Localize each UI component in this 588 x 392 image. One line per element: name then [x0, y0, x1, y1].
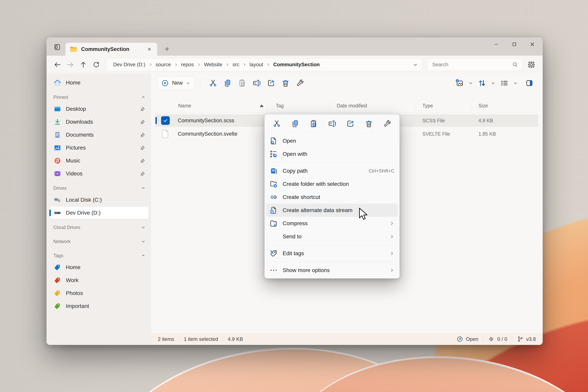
breadcrumb-segment[interactable]: layout [248, 60, 265, 69]
rename-button[interactable] [249, 77, 264, 90]
column-header-date-modified[interactable]: Date modified [330, 101, 415, 110]
documents-icon [53, 131, 62, 139]
paste-button[interactable] [235, 77, 249, 90]
breadcrumb-segment[interactable]: repos [179, 60, 196, 69]
check-icon [163, 118, 168, 123]
address-bar[interactable]: Dev Drive (D:) source repos Website src … [106, 58, 422, 71]
sidebar-item-videos[interactable]: Videos [50, 168, 148, 180]
menu-item-create-alternate-data-stream[interactable]: Create alternate data stream [266, 204, 398, 217]
sidebar-item-home[interactable]: Home [50, 77, 148, 89]
share-icon [267, 79, 276, 88]
sidebar-item-pictures[interactable]: Pictures [50, 142, 148, 154]
git-commits-icon [488, 336, 494, 342]
sidebar-section-cloud-drives[interactable]: Cloud Drives [50, 222, 148, 233]
search-box[interactable] [427, 58, 522, 71]
sidebar-item-local-disk-c[interactable]: Local Disk (C:) [50, 194, 148, 206]
breadcrumb-segment[interactable]: src [230, 60, 241, 69]
menu-item-open[interactable]: Open [266, 134, 398, 148]
maximize-button[interactable] [505, 38, 523, 51]
back-button[interactable] [52, 59, 63, 70]
chevron-down-icon[interactable] [467, 77, 475, 89]
sidebar-item-documents[interactable]: Documents [50, 129, 148, 141]
status-divider [483, 336, 483, 342]
checkbox-checked[interactable] [161, 116, 170, 125]
tab-close-button[interactable] [145, 45, 154, 54]
view-button[interactable] [497, 77, 512, 90]
menu-item-create-folder-with-selection[interactable]: Create folder with selection [266, 178, 398, 190]
thumbnail-toggle-button[interactable] [452, 77, 467, 90]
sidebar-item-downloads[interactable]: Downloads [50, 116, 148, 128]
tab-communitysection[interactable]: CommunitySection [66, 43, 157, 56]
up-button[interactable] [78, 59, 89, 70]
minimize-button[interactable] [487, 38, 505, 51]
delete-button[interactable] [278, 77, 293, 90]
sidebar-section-network[interactable]: Network [50, 236, 148, 247]
menu-item-compress[interactable]: Compress [266, 217, 398, 230]
sidebar-item-dev-drive-d[interactable]: Dev Drive (D:) [50, 207, 148, 219]
new-tab-button[interactable] [162, 44, 172, 54]
sidebar-tag-work[interactable]: Work [50, 274, 148, 286]
column-label: Date modified [337, 103, 367, 108]
chevron-down-icon[interactable] [489, 77, 497, 89]
share-button[interactable] [264, 77, 278, 90]
sidebar-section-tags[interactable]: Tags [50, 250, 148, 261]
address-dropdown-button[interactable] [410, 60, 420, 70]
menu-item-open-with[interactable]: Open with [266, 148, 398, 160]
search-input[interactable] [432, 61, 512, 68]
sidebar-section-pinned[interactable]: Pinned [50, 92, 148, 103]
column-header-type[interactable]: Type [415, 101, 470, 110]
menu-item-label: Edit tags [283, 250, 304, 256]
refresh-button[interactable] [90, 59, 102, 70]
properties-button[interactable] [293, 77, 307, 90]
cut-button[interactable] [206, 77, 220, 90]
git-branch-status[interactable]: v3.8 [517, 336, 536, 342]
menu-item-show-more-options[interactable]: Show more options [266, 264, 398, 277]
breadcrumb-chevron-icon [174, 63, 178, 67]
pin-icon[interactable] [139, 144, 146, 151]
sidebar-tag-important[interactable]: Important [50, 300, 148, 312]
sidebar-item-music[interactable]: Music [50, 155, 148, 167]
menu-item-edit-tags[interactable]: Edit tags [266, 247, 398, 260]
git-commits-status[interactable]: 0 / 0 [488, 336, 507, 342]
column-header-tag[interactable]: Tag [267, 101, 330, 110]
breadcrumb-segment[interactable]: Website [202, 60, 224, 69]
menu-item-copy-path[interactable]: Copy path Ctrl+Shift+C [266, 164, 398, 178]
sidebar-item-label: Dev Drive (D:) [66, 210, 100, 216]
column-header-name[interactable]: Name [155, 101, 267, 110]
pin-icon[interactable] [139, 118, 146, 125]
cut-button[interactable] [269, 117, 284, 130]
copy-button[interactable] [220, 77, 235, 90]
sidebar-tag-photos[interactable]: Photos [50, 287, 148, 299]
pin-icon[interactable] [139, 158, 146, 164]
column-header-size[interactable]: Size [470, 101, 538, 110]
sidebar-section-drives[interactable]: Drives [50, 182, 148, 194]
close-button[interactable] [523, 38, 541, 51]
open-status-button[interactable]: Open [456, 336, 478, 342]
menu-item-create-shortcut[interactable]: Create shortcut [266, 190, 398, 204]
pin-icon[interactable] [139, 106, 146, 112]
section-label: Pinned [53, 94, 68, 100]
preview-pane-button[interactable] [522, 77, 537, 90]
sort-button[interactable] [475, 77, 489, 90]
paste-button[interactable] [306, 117, 322, 130]
chevron-down-icon[interactable] [512, 77, 520, 89]
sidebar-item-desktop[interactable]: Desktop [50, 103, 148, 115]
breadcrumb-segment-current[interactable]: CommunitySection [271, 60, 322, 69]
rename-button[interactable] [324, 117, 340, 130]
share-button[interactable] [342, 117, 358, 130]
pin-icon[interactable] [139, 132, 146, 138]
new-button[interactable]: New [157, 76, 195, 90]
tab-list-button[interactable] [52, 42, 63, 52]
sidebar-tag-home[interactable]: Home [50, 261, 148, 274]
copy-button[interactable] [287, 117, 303, 130]
copy-icon [223, 79, 232, 88]
open-icon [269, 136, 278, 145]
pin-icon[interactable] [139, 170, 146, 177]
menu-item-send-to[interactable]: Send to [266, 230, 398, 243]
delete-button[interactable] [361, 117, 377, 130]
breadcrumb-segment[interactable]: source [154, 60, 173, 69]
settings-button[interactable] [525, 58, 538, 71]
breadcrumb-segment[interactable]: Dev Drive (D:) [111, 60, 148, 69]
properties-button[interactable] [380, 117, 395, 130]
forward-button[interactable] [65, 59, 76, 70]
